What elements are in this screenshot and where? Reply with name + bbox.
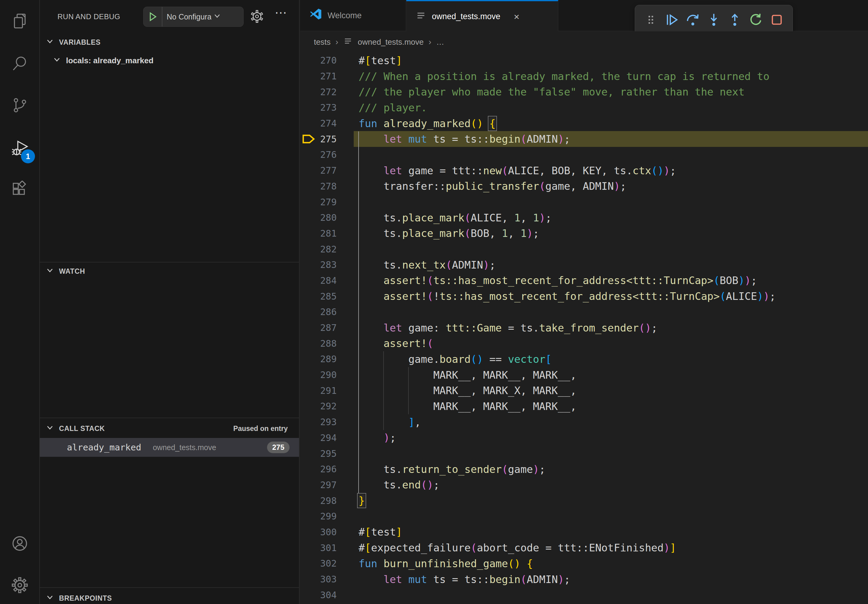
step-over-icon[interactable]	[684, 11, 701, 29]
step-out-icon[interactable]	[726, 11, 743, 29]
sidebar-item-extensions[interactable]	[0, 171, 39, 209]
breakpoint-gutter[interactable]	[300, 210, 317, 226]
breakpoint-gutter[interactable]	[300, 273, 317, 289]
breakpoint-gutter[interactable]	[300, 53, 317, 68]
step-into-icon[interactable]	[705, 11, 722, 29]
line-number[interactable]: 304	[317, 590, 337, 600]
breakpoint-gutter[interactable]	[300, 257, 317, 273]
variables-scope-locals[interactable]: locals: already_marked	[40, 52, 299, 69]
line-number[interactable]: 275	[317, 134, 337, 144]
line-number[interactable]: 293	[317, 417, 337, 427]
line-number[interactable]: 271	[317, 71, 337, 82]
close-icon[interactable]: ×	[514, 12, 519, 22]
breakpoint-gutter[interactable]	[300, 556, 317, 571]
breakpoint-gutter[interactable]	[300, 430, 317, 446]
settings-button[interactable]	[0, 567, 39, 604]
line-number[interactable]: 274	[317, 118, 337, 129]
account-button[interactable]	[0, 525, 39, 563]
line-number[interactable]: 280	[317, 212, 337, 223]
breakpoint-gutter[interactable]	[300, 524, 317, 540]
line-number[interactable]: 302	[317, 558, 337, 569]
breakpoint-gutter[interactable]	[300, 571, 317, 587]
sidebar-item-search[interactable]	[0, 45, 39, 83]
line-number[interactable]: 296	[317, 464, 337, 474]
line-number[interactable]: 292	[317, 401, 337, 412]
sidebar-item-source-control[interactable]	[0, 87, 39, 125]
tab-welcome[interactable]: Welcome	[300, 0, 406, 31]
line-number[interactable]: 281	[317, 228, 337, 239]
breakpoint-gutter[interactable]	[300, 194, 317, 210]
section-watch[interactable]: WATCH	[40, 262, 299, 280]
breakpoint-gutter[interactable]	[300, 351, 317, 367]
toolbar-drag-handle[interactable]	[642, 11, 659, 29]
sidebar-item-explorer[interactable]	[0, 2, 39, 41]
line-number[interactable]: 270	[317, 55, 337, 66]
line-number[interactable]: 285	[317, 291, 337, 302]
continue-icon[interactable]	[663, 11, 680, 29]
breakpoint-gutter[interactable]	[300, 116, 317, 132]
line-number[interactable]: 298	[317, 496, 337, 506]
stack-frame-row[interactable]: already_marked owned_tests.move 275	[40, 438, 299, 457]
more-actions-icon[interactable]: ⋯	[274, 5, 288, 19]
breakpoint-gutter[interactable]	[300, 178, 317, 194]
section-variables[interactable]: VARIABLES	[40, 34, 299, 51]
breakpoint-gutter[interactable]	[300, 147, 317, 163]
breakpoint-gutter[interactable]	[300, 84, 317, 100]
line-number[interactable]: 290	[317, 370, 337, 380]
debug-config-dropdown[interactable]: No Configura	[143, 7, 243, 27]
line-number[interactable]: 276	[317, 149, 337, 160]
breakpoint-gutter[interactable]	[300, 68, 317, 84]
restart-icon[interactable]	[747, 11, 764, 29]
debug-current-line-icon[interactable]	[300, 131, 317, 147]
line-number[interactable]: 278	[317, 181, 337, 192]
tab-owned-tests-move[interactable]: owned_tests.move ×	[406, 0, 558, 32]
line-number[interactable]: 284	[317, 275, 337, 286]
line-number[interactable]: 286	[317, 307, 337, 317]
breakpoint-gutter[interactable]	[300, 398, 317, 414]
breakpoint-gutter[interactable]	[300, 288, 317, 304]
line-number[interactable]: 303	[317, 574, 337, 585]
line-number[interactable]: 291	[317, 385, 337, 396]
breakpoint-gutter[interactable]	[300, 304, 317, 320]
breakpoint-gutter[interactable]	[300, 508, 317, 524]
section-call-stack[interactable]: CALL STACK Paused on entry	[40, 420, 299, 437]
line-number[interactable]: 300	[317, 527, 337, 537]
line-number[interactable]: 287	[317, 322, 337, 333]
breakpoint-gutter[interactable]	[300, 226, 317, 242]
breakpoint-gutter[interactable]	[300, 336, 317, 351]
line-number[interactable]: 279	[317, 197, 337, 208]
breakpoint-gutter[interactable]	[300, 414, 317, 430]
breakpoint-gutter[interactable]	[300, 241, 317, 257]
stop-icon[interactable]	[768, 11, 785, 29]
section-breakpoints[interactable]: BREAKPOINTS	[40, 589, 299, 604]
breakpoint-gutter[interactable]	[300, 462, 317, 477]
line-number[interactable]: 272	[317, 87, 337, 97]
breakpoint-gutter[interactable]	[300, 367, 317, 383]
breakpoint-gutter[interactable]	[300, 163, 317, 178]
line-number[interactable]: 273	[317, 102, 337, 113]
line-number[interactable]: 283	[317, 259, 337, 270]
sidebar-item-run-debug[interactable]: 1	[0, 130, 39, 168]
breakpoint-gutter[interactable]	[300, 587, 317, 603]
line-number[interactable]: 295	[317, 448, 337, 459]
line-number[interactable]: 277	[317, 165, 337, 176]
breakpoint-gutter[interactable]	[300, 383, 317, 398]
breakpoint-gutter[interactable]	[300, 493, 317, 508]
start-debug-button[interactable]	[144, 7, 163, 26]
line-number[interactable]: 299	[317, 511, 337, 522]
breakpoint-gutter[interactable]	[300, 100, 317, 116]
code-editor[interactable]: 270#[test]271/// When a position is alre…	[300, 53, 868, 604]
breakpoint-gutter[interactable]	[300, 477, 317, 493]
line-number[interactable]: 289	[317, 354, 337, 364]
breakpoint-gutter[interactable]	[300, 320, 317, 336]
breakpoint-gutter[interactable]	[300, 540, 317, 556]
breadcrumb-item-file[interactable]: owned_tests.move	[358, 37, 424, 47]
line-number[interactable]: 294	[317, 432, 337, 443]
line-number[interactable]: 297	[317, 480, 337, 490]
breadcrumb-item-tests[interactable]: tests	[314, 37, 330, 47]
breakpoint-gutter[interactable]	[300, 446, 317, 462]
line-number[interactable]: 288	[317, 338, 337, 349]
debug-settings-gear-icon[interactable]	[250, 9, 264, 26]
line-number[interactable]: 282	[317, 244, 337, 254]
breadcrumb-item-symbol[interactable]: …	[436, 37, 444, 47]
